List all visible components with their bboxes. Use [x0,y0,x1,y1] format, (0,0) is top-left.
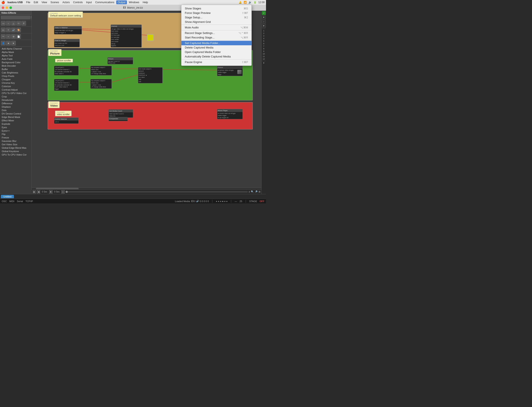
effect-item-23[interactable]: Eyes [0,126,31,129]
wifi-icon[interactable]: 📶 [243,1,247,4]
loop-icon[interactable]: ⟳ [6,28,11,32]
num-10[interactable]: 10 [263,53,265,55]
num-7[interactable]: 7 [263,45,264,47]
menu-open-captured-folder[interactable]: Open Captured Media Folder [181,50,251,54]
right-arrow-down[interactable]: ▼ [263,62,265,64]
menu-scenes[interactable]: Scenes [49,0,61,4]
timeline-thumb[interactable] [66,191,68,193]
tab-untitled[interactable]: Untitled [1,195,14,198]
effect-item-6[interactable]: Buffer [0,68,31,71]
minimize-button[interactable] [6,6,8,9]
stage-icon-4[interactable]: ▼ [262,24,266,28]
stage-check-icon[interactable]: ✓ [262,11,266,15]
effect-item-5[interactable]: Blob Decoder [0,64,31,68]
num-4[interactable]: 4 [263,37,264,39]
node-limit[interactable]: limit mode output 6 amount minimum maxim… [138,67,163,83]
node-movie-player[interactable]: Movie Player on movie video out vid-gpu … [217,109,243,119]
effect-item-2[interactable]: Alpha Tool [0,54,31,57]
menu-controls[interactable]: Controls [71,0,84,4]
fit-icon[interactable]: ⊞ [258,190,260,193]
effect-item-24[interactable]: Eyes++ [0,129,31,133]
node-ctrl-2[interactable]: -16 port port 1 -16 channel channel 1 66… [54,79,79,91]
node-ctrl-1[interactable]: -16 port port 1 -16 channel channel 1 65… [54,66,79,75]
effect-item-4[interactable]: Background Color [0,61,31,64]
effect-item-0[interactable]: Add Alpha Channel [0,47,31,50]
node-ctrl-watcher-red[interactable]: Control Watcher -16 ▪▪▪ [54,117,79,124]
play-btn[interactable]: ▶ [32,190,36,194]
search-input[interactable] [1,16,30,19]
node-video-scroller[interactable]: Comment video scroller [55,111,71,116]
effect-item-10[interactable]: Chroma Key [0,81,31,85]
node-compare-2[interactable]: mq compare output 0 value1 true = value2… [90,79,112,89]
menu-pause-engine[interactable]: Pause Engine ⇧⌘P [181,60,251,64]
effect-item-31[interactable]: GPU To CPU Video Cor [0,153,31,157]
effect-item-21[interactable]: Effect Mixer [0,119,31,122]
effect-item-14[interactable]: Crop [0,95,31,98]
effect-item-19[interactable]: DV Device Control [0,112,31,115]
palette-icon[interactable]: 🎨 [16,28,21,32]
node-video-watcher[interactable]: Video In Watcher channel ■ video out vid… [54,26,82,34]
menu-view[interactable]: View [40,0,48,4]
menu-mute-audio[interactable]: Mute Audio ⌥⌘M [181,25,251,30]
menu-communications[interactable]: Communications [94,0,116,4]
ci-icon[interactable]: CI [16,21,21,26]
effect-item-11[interactable]: Colorizer [0,85,31,88]
node-get-media-count[interactable]: Get Media Count video type ■ # count 2 V… [109,110,133,118]
node-comparator-3[interactable]: Comparator [109,117,128,121]
num-3[interactable]: 3 [263,35,264,37]
effect-item-13[interactable]: CPU To GPU Video Cor [0,91,31,95]
menu-force-stage[interactable]: Force Stage Preview ⇧⌘F [181,11,251,15]
notification-icon[interactable]: 🔔 [239,1,242,4]
effect-item-26[interactable]: Freeze [0,136,31,139]
divide-icon[interactable]: ÷ [6,34,11,39]
num-9[interactable]: 9 [263,50,264,52]
close-button[interactable] [2,6,4,9]
person-icon[interactable]: 👤 [1,41,6,46]
wave-icon[interactable]: 〜 [1,34,6,39]
zoom-icon[interactable]: # [249,191,250,193]
record-btn[interactable]: ■ [49,190,53,194]
effect-item-7[interactable]: Calc Brightness [0,71,31,74]
effect-item-12[interactable]: Contrast Adjust [0,88,31,91]
menu-file[interactable]: File [24,0,32,4]
effect-item-20[interactable]: Edge Blend Mask [0,115,31,119]
num-6[interactable]: 6 [263,42,264,45]
bracket-icon[interactable]: [c] [1,28,6,32]
sound2-icon[interactable]: 🔊 [11,28,16,32]
maximize-button[interactable] [9,6,12,9]
effect-item-29[interactable]: Global Edge Blend Mas [0,146,31,149]
effect-item-9[interactable]: Chopper [0,78,31,81]
menu-set-captured-folder[interactable]: Set Captured Media Folder... [181,41,251,45]
scroll-thumb-h[interactable] [36,188,79,189]
menu-actors[interactable]: Actors [61,0,71,4]
hash-icon[interactable]: # [21,21,26,26]
menu-show-alignment[interactable]: Show Alignment Grid [181,20,251,24]
stage-icon-2[interactable]: ▼ [262,15,266,19]
menu-stage-setup[interactable]: Stage Setup... ⌘2 [181,15,251,20]
node-compare-1[interactable]: mq compare output 0 value1 true = value2… [90,66,112,75]
menu-windows[interactable]: Windows [127,0,141,4]
num-8[interactable]: 8 [263,48,264,50]
menu-edit[interactable]: Edit [32,0,40,4]
heart-icon[interactable]: ♥ [11,41,16,46]
circle-icon[interactable]: ○ [6,21,11,26]
menu-auto-delete-captured[interactable]: Automatically Delete Captured Media [181,54,251,59]
node-picture-actor[interactable]: Picture on picture video vid-gpu visible… [217,66,243,76]
rect-icon[interactable]: ▭ [1,21,6,26]
timeline-bar[interactable] [66,191,248,193]
effect-item-28[interactable]: Get Video Size [0,143,31,146]
num-2[interactable]: 2 [263,32,264,34]
num-11[interactable]: 11 [263,55,265,57]
menu-record-settings[interactable]: Record Stage Settings... ⌥⌃⌘R [181,31,251,35]
num-1[interactable]: 1 [263,30,264,32]
effect-item-30[interactable]: Global Keystone [0,149,31,153]
num-12[interactable]: 12 [263,58,265,60]
effect-item-8[interactable]: Chop Pixels [0,74,31,78]
video-preview-box[interactable] [147,34,154,41]
zoom-out-icon[interactable]: 🔎 [255,190,258,193]
menu-delete-captured[interactable]: Delete Captured Media [181,45,251,50]
menu-start-recording[interactable]: Start Recording Stage... ⌥⌘R [181,35,251,40]
rewind-btn[interactable]: ◀ [37,190,40,194]
num-5[interactable]: 5 [263,40,264,42]
node-picture-scroller[interactable]: picture scroller [55,59,73,63]
